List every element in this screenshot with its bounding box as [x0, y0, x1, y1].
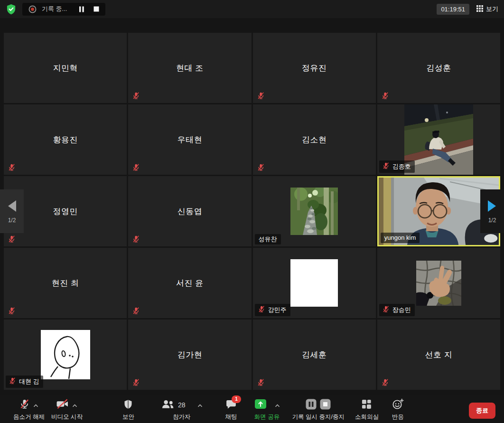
participant-name: 성유찬 — [258, 235, 277, 243]
unmute-button[interactable]: 음소거 해제 — [13, 398, 45, 421]
participant-tile[interactable]: 김종호 — [377, 104, 500, 175]
participant-tile[interactable]: 김세훈 — [253, 320, 376, 390]
participant-tile[interactable]: 성유찬 — [253, 176, 376, 246]
participant-tile[interactable]: 김성훈 — [377, 33, 500, 103]
mic-muted-icon — [257, 378, 265, 386]
mic-muted-icon — [258, 305, 265, 315]
mic-muted-icon — [132, 307, 140, 315]
end-meeting-button[interactable]: 종료 — [469, 403, 495, 419]
participant-media — [290, 259, 338, 307]
participant-tile[interactable]: 황용진 — [4, 104, 127, 175]
security-button[interactable]: 보안 — [122, 398, 134, 421]
participants-button[interactable]: 28 참가자 — [161, 398, 203, 421]
view-button[interactable]: 보기 — [476, 5, 498, 13]
participant-name: 김가현 — [177, 349, 203, 360]
security-shield-icon[interactable] — [6, 3, 17, 15]
camera-off-icon — [56, 399, 69, 411]
share-screen-button[interactable]: 화면 공유 — [254, 398, 280, 421]
prev-page-panel: 1/2 — [0, 189, 24, 233]
reactions-button[interactable]: 반응 — [392, 398, 404, 421]
participant-name: 서진 윤 — [176, 278, 204, 289]
recording-status-text: 기록 중... — [42, 5, 67, 13]
mic-muted-icon — [8, 163, 16, 171]
mic-muted-icon — [19, 398, 30, 412]
unmute-label: 음소거 해제 — [13, 413, 45, 421]
mic-muted-icon — [257, 163, 265, 171]
video-options-chevron[interactable] — [72, 401, 77, 409]
security-shield-icon — [123, 399, 133, 412]
stop-recording-icon[interactable] — [93, 6, 99, 12]
start-video-label: 비디오 시작 — [51, 413, 83, 421]
participant-name: 강민주 — [268, 306, 287, 314]
start-video-button[interactable]: 비디오 시작 — [51, 398, 83, 421]
top-bar-right: 01:19:51 보기 — [437, 4, 498, 15]
mic-muted-icon — [132, 163, 140, 171]
participant-label: yungon kim — [381, 233, 420, 243]
page-indicator: 1/2 — [488, 217, 496, 224]
mute-options-chevron[interactable] — [33, 401, 38, 409]
stop-recording-icon[interactable] — [320, 399, 331, 412]
participant-tile[interactable]: 대현 김 — [4, 320, 127, 390]
mic-muted-icon — [382, 305, 390, 315]
chat-label: 채팅 — [225, 413, 237, 421]
participant-tile[interactable]: 신동엽 — [128, 176, 251, 246]
meeting-timer: 01:19:51 — [437, 4, 469, 15]
participant-name: 신동엽 — [177, 206, 203, 217]
top-bar: 기록 중... 01:19:51 — [0, 0, 504, 18]
participant-name: yungon kim — [383, 234, 416, 242]
participant-name: 우태현 — [177, 134, 203, 145]
participant-tile[interactable]: 김소현 — [253, 104, 376, 175]
participant-tile[interactable]: 강민주 — [253, 248, 376, 318]
mic-muted-icon — [257, 92, 265, 100]
pause-recording-icon[interactable] — [79, 6, 84, 12]
participant-tile[interactable]: 김가현 — [128, 320, 251, 390]
participant-tile[interactable]: 우태현 — [128, 104, 251, 175]
share-screen-label: 화면 공유 — [254, 413, 280, 421]
participant-label: 대현 김 — [6, 376, 43, 388]
participant-name: 현진 최 — [52, 278, 79, 289]
participant-tile[interactable]: 장승민 — [377, 248, 500, 318]
mic-muted-icon — [132, 378, 140, 386]
participant-label: 강민주 — [255, 304, 290, 316]
breakout-rooms-label: 소회의실 — [355, 413, 379, 421]
mic-muted-icon — [8, 235, 16, 243]
face-sketch — [41, 330, 90, 379]
security-label: 보안 — [122, 413, 134, 421]
mic-muted-icon — [8, 307, 16, 315]
chat-button[interactable]: 1 채팅 — [225, 398, 237, 421]
record-controls-label: 기록 일시 중지/중지 — [292, 413, 345, 421]
reactions-label: 반응 — [392, 413, 404, 421]
participants-chevron[interactable] — [197, 401, 203, 409]
participant-name: 지민혁 — [53, 63, 78, 74]
participants-icon — [161, 399, 175, 412]
meeting-toolbar: 음소거 해제 비디오 시작 — [0, 395, 504, 423]
garden-path-photo — [290, 188, 338, 235]
participant-name: 김종호 — [392, 163, 411, 170]
record-controls[interactable]: 기록 일시 중지/중지 — [292, 398, 345, 421]
prev-page-arrow-icon[interactable] — [6, 199, 18, 213]
mic-muted-icon — [132, 235, 140, 243]
participant-tile[interactable]: 서진 윤 — [128, 248, 251, 318]
participant-tile[interactable]: 현진 최 — [4, 248, 127, 318]
recording-icon — [28, 5, 37, 13]
reactions-icon — [392, 398, 404, 412]
participant-name: 현대 조 — [176, 63, 204, 74]
participant-tile[interactable]: 현대 조 — [128, 33, 251, 103]
mic-muted-icon — [382, 162, 390, 171]
participant-tile[interactable]: 정유진 — [253, 33, 376, 103]
participant-tile[interactable]: 선호 지 — [377, 320, 500, 390]
participant-tile[interactable]: 지민혁 — [4, 33, 127, 103]
participant-name: 황용진 — [53, 134, 78, 145]
participant-media — [41, 330, 90, 379]
next-page-panel: 1/2 — [480, 189, 504, 233]
recording-pill: 기록 중... — [22, 3, 105, 16]
next-page-arrow-icon[interactable] — [486, 199, 498, 213]
chat-icon: 1 — [225, 399, 237, 412]
pause-recording-icon[interactable] — [306, 399, 317, 412]
mic-muted-icon — [9, 377, 16, 386]
share-options-chevron[interactable] — [275, 401, 280, 409]
participants-count: 28 — [178, 401, 186, 409]
participant-label: 성유찬 — [255, 234, 281, 244]
participant-media — [416, 261, 461, 306]
breakout-rooms-button[interactable]: 소회의실 — [355, 398, 379, 421]
